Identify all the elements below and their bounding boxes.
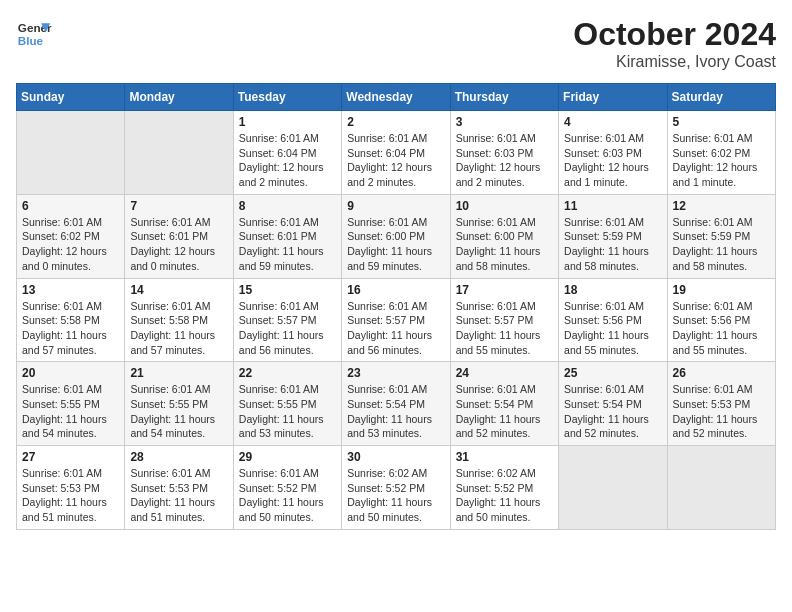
day-number: 5 (673, 115, 770, 129)
svg-text:Blue: Blue (18, 34, 44, 47)
calendar-cell: 7Sunrise: 6:01 AMSunset: 6:01 PMDaylight… (125, 194, 233, 278)
day-number: 12 (673, 199, 770, 213)
calendar-cell (17, 111, 125, 195)
day-info: Sunrise: 6:01 AMSunset: 5:55 PMDaylight:… (22, 382, 119, 441)
weekday-header: Monday (125, 84, 233, 111)
day-number: 31 (456, 450, 553, 464)
day-number: 7 (130, 199, 227, 213)
day-number: 14 (130, 283, 227, 297)
weekday-header: Wednesday (342, 84, 450, 111)
day-number: 13 (22, 283, 119, 297)
day-info: Sunrise: 6:01 AMSunset: 6:04 PMDaylight:… (239, 131, 336, 190)
day-info: Sunrise: 6:01 AMSunset: 5:52 PMDaylight:… (239, 466, 336, 525)
day-info: Sunrise: 6:01 AMSunset: 5:57 PMDaylight:… (456, 299, 553, 358)
day-number: 23 (347, 366, 444, 380)
calendar-cell: 29Sunrise: 6:01 AMSunset: 5:52 PMDayligh… (233, 446, 341, 530)
calendar-week-row: 1Sunrise: 6:01 AMSunset: 6:04 PMDaylight… (17, 111, 776, 195)
day-number: 8 (239, 199, 336, 213)
calendar-cell: 18Sunrise: 6:01 AMSunset: 5:56 PMDayligh… (559, 278, 667, 362)
day-info: Sunrise: 6:01 AMSunset: 6:00 PMDaylight:… (347, 215, 444, 274)
calendar-week-row: 20Sunrise: 6:01 AMSunset: 5:55 PMDayligh… (17, 362, 776, 446)
calendar-week-row: 6Sunrise: 6:01 AMSunset: 6:02 PMDaylight… (17, 194, 776, 278)
calendar-cell: 4Sunrise: 6:01 AMSunset: 6:03 PMDaylight… (559, 111, 667, 195)
day-number: 18 (564, 283, 661, 297)
day-number: 21 (130, 366, 227, 380)
day-number: 2 (347, 115, 444, 129)
calendar-cell: 15Sunrise: 6:01 AMSunset: 5:57 PMDayligh… (233, 278, 341, 362)
calendar-cell: 3Sunrise: 6:01 AMSunset: 6:03 PMDaylight… (450, 111, 558, 195)
day-number: 15 (239, 283, 336, 297)
day-info: Sunrise: 6:01 AMSunset: 5:55 PMDaylight:… (239, 382, 336, 441)
calendar-week-row: 27Sunrise: 6:01 AMSunset: 5:53 PMDayligh… (17, 446, 776, 530)
calendar-cell: 10Sunrise: 6:01 AMSunset: 6:00 PMDayligh… (450, 194, 558, 278)
calendar-cell: 9Sunrise: 6:01 AMSunset: 6:00 PMDaylight… (342, 194, 450, 278)
day-info: Sunrise: 6:01 AMSunset: 5:56 PMDaylight:… (673, 299, 770, 358)
day-info: Sunrise: 6:01 AMSunset: 6:01 PMDaylight:… (130, 215, 227, 274)
logo-icon: General Blue (16, 16, 52, 52)
weekday-header: Tuesday (233, 84, 341, 111)
day-number: 27 (22, 450, 119, 464)
calendar-week-row: 13Sunrise: 6:01 AMSunset: 5:58 PMDayligh… (17, 278, 776, 362)
day-info: Sunrise: 6:01 AMSunset: 5:53 PMDaylight:… (673, 382, 770, 441)
day-number: 22 (239, 366, 336, 380)
calendar-table: SundayMondayTuesdayWednesdayThursdayFrid… (16, 83, 776, 530)
day-info: Sunrise: 6:02 AMSunset: 5:52 PMDaylight:… (347, 466, 444, 525)
weekday-header: Sunday (17, 84, 125, 111)
page-header: General Blue October 2024 Kiramisse, Ivo… (16, 16, 776, 71)
day-info: Sunrise: 6:01 AMSunset: 5:58 PMDaylight:… (22, 299, 119, 358)
day-number: 20 (22, 366, 119, 380)
day-info: Sunrise: 6:01 AMSunset: 5:57 PMDaylight:… (347, 299, 444, 358)
calendar-cell (125, 111, 233, 195)
calendar-cell: 2Sunrise: 6:01 AMSunset: 6:04 PMDaylight… (342, 111, 450, 195)
calendar-cell: 19Sunrise: 6:01 AMSunset: 5:56 PMDayligh… (667, 278, 775, 362)
day-info: Sunrise: 6:01 AMSunset: 5:55 PMDaylight:… (130, 382, 227, 441)
day-number: 26 (673, 366, 770, 380)
day-info: Sunrise: 6:01 AMSunset: 5:57 PMDaylight:… (239, 299, 336, 358)
day-number: 17 (456, 283, 553, 297)
calendar-cell (559, 446, 667, 530)
day-number: 1 (239, 115, 336, 129)
day-number: 28 (130, 450, 227, 464)
day-number: 9 (347, 199, 444, 213)
weekday-header: Saturday (667, 84, 775, 111)
day-number: 10 (456, 199, 553, 213)
calendar-cell: 30Sunrise: 6:02 AMSunset: 5:52 PMDayligh… (342, 446, 450, 530)
month-title: October 2024 (573, 16, 776, 53)
calendar-cell: 20Sunrise: 6:01 AMSunset: 5:55 PMDayligh… (17, 362, 125, 446)
logo: General Blue (16, 16, 52, 52)
day-info: Sunrise: 6:01 AMSunset: 5:54 PMDaylight:… (564, 382, 661, 441)
calendar-cell: 27Sunrise: 6:01 AMSunset: 5:53 PMDayligh… (17, 446, 125, 530)
day-number: 16 (347, 283, 444, 297)
location-subtitle: Kiramisse, Ivory Coast (573, 53, 776, 71)
day-info: Sunrise: 6:01 AMSunset: 6:00 PMDaylight:… (456, 215, 553, 274)
day-info: Sunrise: 6:01 AMSunset: 5:54 PMDaylight:… (347, 382, 444, 441)
calendar-cell: 25Sunrise: 6:01 AMSunset: 5:54 PMDayligh… (559, 362, 667, 446)
calendar-cell: 16Sunrise: 6:01 AMSunset: 5:57 PMDayligh… (342, 278, 450, 362)
weekday-header: Friday (559, 84, 667, 111)
calendar-cell: 26Sunrise: 6:01 AMSunset: 5:53 PMDayligh… (667, 362, 775, 446)
day-number: 3 (456, 115, 553, 129)
day-number: 24 (456, 366, 553, 380)
day-info: Sunrise: 6:01 AMSunset: 5:53 PMDaylight:… (22, 466, 119, 525)
day-info: Sunrise: 6:01 AMSunset: 5:53 PMDaylight:… (130, 466, 227, 525)
day-number: 6 (22, 199, 119, 213)
day-info: Sunrise: 6:01 AMSunset: 5:58 PMDaylight:… (130, 299, 227, 358)
calendar-cell: 23Sunrise: 6:01 AMSunset: 5:54 PMDayligh… (342, 362, 450, 446)
weekday-header: Thursday (450, 84, 558, 111)
calendar-cell: 31Sunrise: 6:02 AMSunset: 5:52 PMDayligh… (450, 446, 558, 530)
calendar-cell: 1Sunrise: 6:01 AMSunset: 6:04 PMDaylight… (233, 111, 341, 195)
calendar-cell: 12Sunrise: 6:01 AMSunset: 5:59 PMDayligh… (667, 194, 775, 278)
day-number: 19 (673, 283, 770, 297)
day-number: 25 (564, 366, 661, 380)
day-info: Sunrise: 6:01 AMSunset: 6:01 PMDaylight:… (239, 215, 336, 274)
day-info: Sunrise: 6:01 AMSunset: 5:54 PMDaylight:… (456, 382, 553, 441)
calendar-cell: 24Sunrise: 6:01 AMSunset: 5:54 PMDayligh… (450, 362, 558, 446)
day-number: 4 (564, 115, 661, 129)
day-info: Sunrise: 6:01 AMSunset: 6:03 PMDaylight:… (564, 131, 661, 190)
calendar-cell: 21Sunrise: 6:01 AMSunset: 5:55 PMDayligh… (125, 362, 233, 446)
calendar-header: SundayMondayTuesdayWednesdayThursdayFrid… (17, 84, 776, 111)
calendar-cell: 5Sunrise: 6:01 AMSunset: 6:02 PMDaylight… (667, 111, 775, 195)
calendar-cell: 8Sunrise: 6:01 AMSunset: 6:01 PMDaylight… (233, 194, 341, 278)
calendar-cell: 14Sunrise: 6:01 AMSunset: 5:58 PMDayligh… (125, 278, 233, 362)
day-info: Sunrise: 6:01 AMSunset: 6:02 PMDaylight:… (673, 131, 770, 190)
